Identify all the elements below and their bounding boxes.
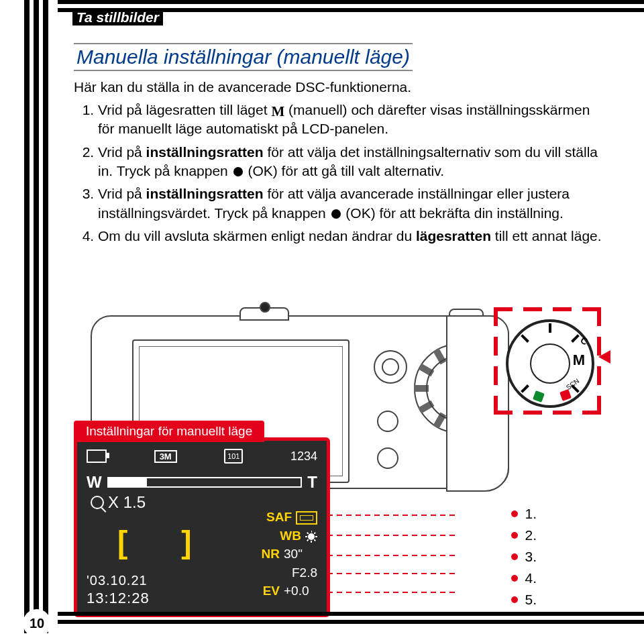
mode-green-icon	[533, 390, 545, 402]
arrow-left-icon	[598, 350, 610, 364]
page-title: Manuella inställningar (manuellt läge)	[74, 43, 413, 71]
battery-icon	[87, 449, 107, 463]
diagram: M C SCN Inställningar för manuellt läge …	[74, 295, 604, 610]
resolution-badge: 3M	[154, 450, 177, 463]
nav-pad-icon	[374, 350, 407, 384]
step-1: Vrid på lägesratten till läget M (manuel…	[98, 101, 604, 139]
page-number: 10	[23, 609, 51, 637]
magnifier-icon	[91, 496, 104, 509]
flash-led-icon	[260, 302, 270, 313]
breadcrumb: Ta stillbilder	[72, 9, 163, 25]
mode-m-label: M	[573, 352, 585, 369]
zoom-tele-label: T	[307, 473, 317, 492]
step-list: Vrid på lägesratten till läget M (manuel…	[74, 101, 604, 246]
step-3: Vrid på inställningsratten för att välja…	[98, 184, 604, 223]
button-icon	[377, 447, 398, 469]
zoom-value: X 1.5	[108, 493, 146, 512]
mode-dial-icon: M C SCN	[506, 319, 594, 408]
folder-icon: 101	[224, 449, 243, 464]
ok-dot-icon	[233, 167, 243, 176]
bullet-icon	[511, 575, 518, 582]
step-4: Om du vill avsluta skärmen enligt nedan …	[98, 227, 604, 246]
mode-m-icon: M	[271, 102, 284, 121]
date-value: '03.10.21	[87, 573, 148, 588]
leader-line	[327, 515, 455, 516]
time-value: 13:12:28	[87, 590, 150, 607]
bullet-icon	[511, 532, 518, 539]
step-2: Vrid på inställningsratten för att välja…	[98, 143, 604, 181]
leader-line	[327, 573, 455, 574]
intro-text: Här kan du ställa in de avancerade DSC-f…	[74, 79, 604, 95]
bullet-icon	[511, 553, 518, 560]
button-icon	[377, 411, 398, 432]
leader-line	[327, 555, 455, 556]
ok-dot-icon	[331, 209, 341, 219]
bullet-icon	[511, 596, 518, 603]
leader-line	[327, 535, 455, 536]
zoom-bar-icon	[107, 477, 303, 488]
af-area-icon	[296, 511, 317, 525]
lcd-panel: Inställningar för manuellt läge 3M 101 1…	[74, 437, 330, 617]
lcd-panel-label: Inställningar för manuellt läge	[74, 421, 264, 442]
zoom-wide-label: W	[87, 473, 102, 492]
leader-line	[327, 592, 455, 593]
frame-counter: 1234	[290, 449, 317, 464]
content: Manuella inställningar (manuellt läge) H…	[74, 40, 604, 250]
mode-red-icon	[559, 389, 572, 401]
callout-list: 1. 2. 3. 4. 5.	[511, 506, 537, 613]
mode-dial-highlight: M C SCN	[494, 307, 601, 415]
bullet-icon	[511, 511, 518, 517]
settings-column: SAF WB NR30" F2.8 EV+0.0	[252, 508, 317, 600]
sun-icon	[305, 531, 317, 543]
af-brackets-icon: []	[117, 524, 246, 560]
